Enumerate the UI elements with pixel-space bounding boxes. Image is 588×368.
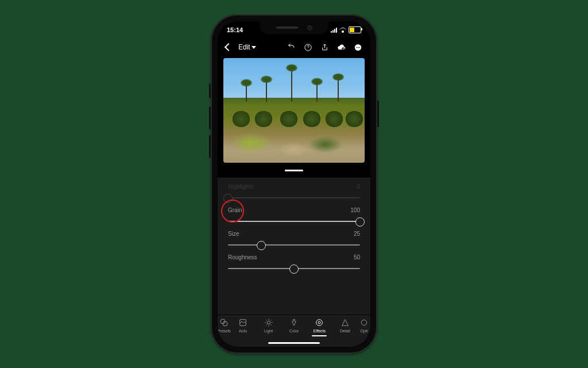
cellular-icon — [331, 28, 337, 33]
detail-icon — [341, 318, 350, 327]
roughness-label: Roughness — [228, 254, 257, 260]
svg-point-5 — [358, 47, 359, 48]
tool-color[interactable]: Color — [281, 318, 307, 336]
optics-icon — [359, 318, 369, 327]
tool-light[interactable]: Light — [256, 318, 281, 336]
tool-detail[interactable]: Detail — [332, 318, 358, 336]
grain-value: 100 — [350, 207, 360, 213]
back-button[interactable] — [225, 43, 233, 51]
panel-drag-handle[interactable] — [218, 163, 370, 178]
tool-presets[interactable]: Presets — [218, 318, 230, 336]
svg-point-1 — [308, 49, 308, 49]
roughness-slider[interactable]: Roughness 50 — [228, 251, 360, 274]
edit-menu-label: Edit — [238, 43, 250, 51]
svg-point-11 — [316, 320, 323, 326]
roughness-value: 50 — [354, 254, 360, 260]
undo-button[interactable] — [287, 43, 296, 52]
phone-frame: 15:14 Edit — [211, 14, 377, 354]
color-icon — [289, 318, 299, 327]
highlights-label: Highlights — [228, 183, 253, 190]
share-button[interactable] — [320, 43, 329, 52]
svg-point-13 — [361, 320, 366, 325]
svg-point-10 — [267, 321, 270, 324]
cloud-sync-button[interactable] — [337, 43, 346, 52]
photo-preview[interactable] — [223, 58, 365, 163]
notch — [260, 21, 328, 34]
status-time: 15:14 — [227, 26, 243, 33]
home-indicator[interactable] — [218, 339, 370, 347]
size-value: 25 — [354, 231, 360, 237]
grain-slider[interactable]: Grain 100 — [228, 204, 360, 227]
tool-auto[interactable]: Auto — [230, 318, 256, 336]
edit-menu-button[interactable]: Edit — [238, 43, 256, 51]
size-slider[interactable]: Size 25 — [228, 227, 360, 251]
presets-icon — [219, 318, 229, 327]
phone-screen: 15:14 Edit — [218, 21, 370, 347]
battery-icon — [349, 26, 361, 33]
chevron-down-icon — [252, 46, 256, 49]
highlights-value: 0 — [357, 183, 360, 190]
app-toolbar: Edit — [218, 39, 370, 56]
effects-icon — [315, 318, 324, 327]
svg-point-12 — [318, 321, 320, 324]
tool-strip: Presets Auto Light Color — [218, 315, 370, 339]
light-icon — [264, 318, 273, 327]
tool-effects[interactable]: Effects — [307, 318, 332, 336]
highlights-slider[interactable]: Highlights 0 — [228, 180, 360, 204]
tool-optics[interactable]: Opti — [358, 318, 370, 336]
svg-point-6 — [359, 47, 360, 48]
effects-panel: Highlights 0 Grain 100 Size 25 — [218, 178, 370, 315]
svg-point-4 — [356, 47, 357, 48]
grain-label: Grain — [228, 207, 242, 213]
wifi-icon — [339, 28, 346, 33]
auto-icon — [238, 318, 247, 327]
help-button[interactable] — [304, 43, 312, 52]
more-button[interactable] — [354, 43, 362, 52]
size-label: Size — [228, 231, 239, 237]
